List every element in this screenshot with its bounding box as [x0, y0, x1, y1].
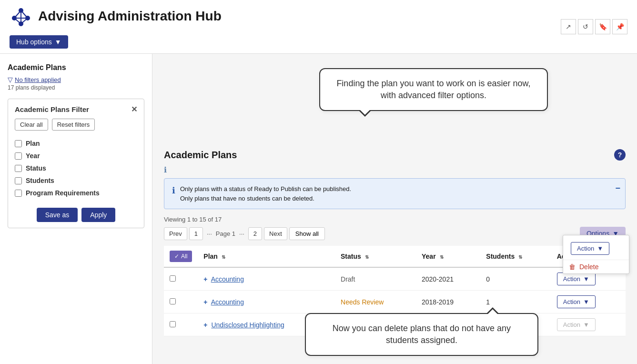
clear-all-button[interactable]: Clear all — [15, 119, 48, 131]
navigate-icon-button[interactable]: ↗ — [561, 19, 576, 34]
sidebar: Academic Plans ▽ No filters applied 17 p… — [0, 54, 152, 364]
content-main: Academic Plans ? ℹ ℹ Only plans with a s… — [164, 149, 626, 336]
filter-actions: Save as Apply — [15, 208, 137, 222]
row2-action-button[interactable]: Action ▼ — [557, 295, 596, 308]
alert-box: ℹ Only plans with a status of Ready to P… — [164, 178, 626, 209]
sort-status-icon: ⇅ — [365, 254, 369, 260]
bookmark-icon: 🔖 — [599, 23, 607, 30]
row3-checkbox[interactable] — [170, 321, 176, 327]
filter-item-year: Year — [15, 150, 137, 162]
alert-line2: Only plans that have no students can be … — [180, 194, 351, 203]
filter-item-students: Students — [15, 174, 137, 187]
row3-action-label: Action — [563, 321, 580, 328]
filter-plan-checkbox[interactable] — [15, 140, 22, 147]
dropdown-action-chevron-icon: ▼ — [597, 245, 603, 252]
dropdown-action-row: Action ▼ — [563, 235, 629, 260]
app-logo — [10, 5, 32, 28]
svg-line-6 — [14, 18, 21, 24]
page2-button[interactable]: 2 — [248, 227, 262, 240]
alert-close-button[interactable]: − — [615, 183, 620, 193]
viewing-text: Viewing 1 to 15 of 17 — [164, 216, 626, 223]
row1-checkbox[interactable] — [170, 275, 176, 282]
main-layout: Academic Plans ▽ No filters applied 17 p… — [0, 54, 637, 364]
chevron-down-icon: ▼ — [55, 38, 61, 46]
row2-action-cell: Action ▼ — [551, 291, 626, 313]
save-as-button[interactable]: Save as — [37, 208, 78, 222]
filter-item-status: Status — [15, 162, 137, 174]
row3-expand-icon: + — [203, 321, 207, 329]
table-header: ✓ All Plan ⇅ Status ⇅ Year ⇅ — [164, 246, 626, 267]
pagination: Prev 1 ··· Page 1 ··· 2 Next Show all Op… — [164, 227, 626, 240]
filter-program-requirements-label: Program Requirements — [26, 189, 100, 197]
filter-students-checkbox[interactable] — [15, 177, 22, 184]
row1-checkbox-cell — [164, 267, 198, 291]
sort-plan-icon: ⇅ — [222, 254, 225, 260]
svg-line-4 — [14, 10, 21, 18]
refresh-icon: ↺ — [583, 23, 588, 30]
tooltip-top: Finding the plan you want to work on is … — [319, 68, 548, 111]
table-row: + Accounting Needs Review 2018-2019 1 Ac… — [164, 291, 626, 313]
trash-icon: 🗑 — [569, 263, 576, 271]
filter-item-program-requirements: Program Requirements — [15, 187, 137, 199]
filter-box: Academic Plans Filter ✕ Clear all Reset … — [8, 99, 144, 228]
no-filters-link[interactable]: No filters applied — [15, 76, 61, 83]
content-title: Academic Plans — [164, 150, 237, 161]
tooltip-top-text: Finding the plan you want to work on is … — [336, 79, 530, 100]
row1-plan-link[interactable]: Accounting — [211, 275, 244, 283]
filter-year-checkbox[interactable] — [15, 152, 22, 160]
filter-buttons: Clear all Reset filters — [15, 119, 137, 131]
filter-program-requirements-checkbox[interactable] — [15, 190, 22, 197]
pin-icon-button[interactable]: 📌 — [612, 19, 627, 34]
row2-year-cell: 2018-2019 — [416, 291, 480, 313]
header-left: Advising Administration Hub Hub options … — [10, 5, 222, 49]
pagination-left: Prev 1 ··· Page 1 ··· 2 Next Show all — [164, 227, 325, 240]
reset-filters-button[interactable]: Reset filters — [52, 119, 95, 131]
filter-box-header: Academic Plans Filter ✕ — [15, 105, 137, 114]
bookmark-icon-button[interactable]: 🔖 — [595, 19, 610, 34]
dropdown-action-label: Action — [577, 245, 594, 252]
row1-year-cell: 2020-2021 — [416, 267, 480, 291]
row2-action-chevron-icon: ▼ — [583, 298, 589, 305]
row1-status-cell: Draft — [335, 267, 416, 291]
select-all-button[interactable]: ✓ All — [170, 251, 192, 262]
help-button[interactable]: ? — [614, 149, 626, 161]
alert-text: Only plans with a status of Ready to Pub… — [180, 184, 351, 203]
row3-checkbox-cell — [164, 313, 198, 336]
dropdown-action-button[interactable]: Action ▼ — [571, 242, 609, 255]
content-header: Academic Plans ? — [164, 149, 626, 161]
filter-status-label: Status — [26, 164, 46, 172]
th-select: ✓ All — [164, 246, 198, 267]
info-icon: ℹ — [164, 166, 167, 174]
alert-line1: Only plans with a status of Ready to Pub… — [180, 184, 351, 194]
delete-item[interactable]: 🗑 Delete — [563, 260, 629, 273]
row2-checkbox[interactable] — [170, 298, 176, 304]
next-button[interactable]: Next — [264, 227, 287, 240]
filter-year-label: Year — [26, 152, 40, 160]
row1-plan-cell: + Accounting — [198, 267, 335, 291]
sort-year-icon: ⇅ — [440, 254, 444, 260]
dots1: ··· — [205, 230, 214, 237]
filter-status-checkbox[interactable] — [15, 165, 22, 172]
filter-item-plan: Plan — [15, 137, 137, 150]
delete-label: Delete — [579, 263, 598, 271]
row2-expand-icon: + — [203, 298, 207, 306]
filter-close-button[interactable]: ✕ — [131, 105, 137, 114]
page-label: Page 1 — [216, 230, 235, 237]
refresh-icon-button[interactable]: ↺ — [578, 19, 593, 34]
page1-button[interactable]: 1 — [189, 227, 203, 240]
filter-plan-label: Plan — [26, 140, 40, 147]
prev-button[interactable]: Prev — [164, 227, 187, 240]
header-title-row: Advising Administration Hub — [10, 5, 222, 28]
row1-action-button[interactable]: Action ▼ — [557, 273, 596, 285]
row2-plan-cell: + Accounting — [198, 291, 335, 313]
apply-button[interactable]: Apply — [81, 208, 115, 222]
sidebar-section-title: Academic Plans — [8, 63, 144, 72]
show-all-button[interactable]: Show all — [289, 227, 325, 240]
row3-plan-link[interactable]: Undisclosed Highlighting — [211, 321, 284, 329]
all-label: All — [181, 253, 187, 260]
row2-plan-link[interactable]: Accounting — [211, 298, 244, 306]
row3-action-cell: Action ▼ — [551, 313, 626, 336]
tooltip-bottom: Now you can delete plans that do not hav… — [305, 313, 538, 356]
hub-options-button[interactable]: Hub options ▼ — [10, 35, 68, 49]
row3-action-button[interactable]: Action ▼ — [557, 318, 596, 331]
